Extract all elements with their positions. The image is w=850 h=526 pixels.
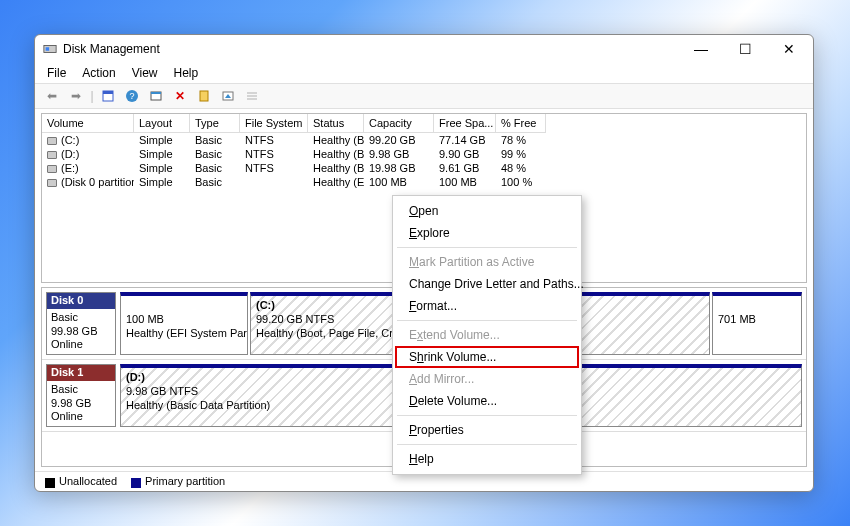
cell-free: 77.14 GB bbox=[434, 133, 496, 147]
col-layout[interactable]: Layout bbox=[134, 114, 190, 133]
disk-1-info[interactable]: Disk 1 Basic 9.98 GB Online bbox=[46, 364, 116, 427]
partition-desc: Healthy (Basic Data Partition) bbox=[126, 399, 270, 411]
svg-rect-3 bbox=[103, 91, 113, 94]
cell-type: Basic bbox=[190, 161, 240, 175]
disk-0-info[interactable]: Disk 0 Basic 99.98 GB Online bbox=[46, 292, 116, 355]
cell-type: Basic bbox=[190, 133, 240, 147]
rescan-icon[interactable] bbox=[193, 85, 215, 107]
partition-size: 100 MB bbox=[126, 313, 164, 325]
cell-layout: Simple bbox=[134, 175, 190, 189]
volume-icon bbox=[47, 165, 57, 173]
partition-size: 99.20 GB NTFS bbox=[256, 313, 334, 325]
volume-icon bbox=[47, 137, 57, 145]
help-button[interactable]: ? bbox=[121, 85, 143, 107]
ctx-shrink[interactable]: Shrink Volume... bbox=[395, 346, 579, 368]
table-row[interactable]: (D:)SimpleBasicNTFSHealthy (B...9.98 GB9… bbox=[42, 147, 806, 161]
ctx-separator bbox=[397, 320, 577, 321]
col-pct[interactable]: % Free bbox=[496, 114, 546, 133]
disk-1-type: Basic bbox=[51, 383, 78, 395]
ctx-change-letter[interactable]: Change Drive Letter and Paths... bbox=[395, 273, 579, 295]
context-menu: Open Explore Mark Partition as Active Ch… bbox=[392, 195, 582, 475]
legend-primary: Primary partition bbox=[131, 475, 225, 487]
cell-capacity: 100 MB bbox=[364, 175, 434, 189]
svg-rect-11 bbox=[247, 95, 257, 97]
partition-label: (D:) bbox=[126, 371, 145, 383]
table-row[interactable]: (C:)SimpleBasicNTFSHealthy (B...99.20 GB… bbox=[42, 133, 806, 147]
svg-rect-12 bbox=[247, 98, 257, 100]
partition-desc: Healthy (Boot, Page File, Crash bbox=[256, 327, 411, 339]
properties-button[interactable] bbox=[97, 85, 119, 107]
menu-view[interactable]: View bbox=[126, 64, 164, 82]
ctx-delete[interactable]: Delete Volume... bbox=[395, 390, 579, 412]
cell-pct: 48 % bbox=[496, 161, 546, 175]
delete-icon[interactable]: ✕ bbox=[169, 85, 191, 107]
cell-capacity: 99.20 GB bbox=[364, 133, 434, 147]
partition-size: 9.98 GB NTFS bbox=[126, 385, 198, 397]
cell-pct: 78 % bbox=[496, 133, 546, 147]
ctx-help[interactable]: Help bbox=[395, 448, 579, 470]
action-icon[interactable] bbox=[217, 85, 239, 107]
cell-fs: NTFS bbox=[240, 133, 308, 147]
cell-volume: (Disk 0 partition 1) bbox=[42, 175, 134, 189]
legend-unallocated: Unallocated bbox=[45, 475, 117, 487]
col-fs[interactable]: File System bbox=[240, 114, 308, 133]
partition-recovery[interactable]: 701 MB bbox=[712, 292, 802, 355]
close-button[interactable]: ✕ bbox=[767, 36, 811, 62]
ctx-separator bbox=[397, 444, 577, 445]
svg-rect-10 bbox=[247, 92, 257, 94]
cell-capacity: 9.98 GB bbox=[364, 147, 434, 161]
partition-efi[interactable]: 100 MB Healthy (EFI System Partition) bbox=[120, 292, 248, 355]
menu-file[interactable]: File bbox=[41, 64, 72, 82]
svg-rect-8 bbox=[200, 91, 208, 101]
toolbar-separator: | bbox=[89, 85, 95, 107]
cell-status: Healthy (B... bbox=[308, 133, 364, 147]
cell-layout: Simple bbox=[134, 147, 190, 161]
svg-rect-1 bbox=[46, 47, 50, 51]
cell-fs bbox=[240, 175, 308, 189]
titlebar[interactable]: Disk Management — ☐ ✕ bbox=[35, 35, 813, 63]
list-icon bbox=[241, 85, 263, 107]
refresh-button[interactable] bbox=[145, 85, 167, 107]
ctx-separator bbox=[397, 247, 577, 248]
back-button: ⬅ bbox=[41, 85, 63, 107]
col-free[interactable]: Free Spa... bbox=[434, 114, 496, 133]
disk-0-size: 99.98 GB bbox=[51, 325, 97, 337]
window-title: Disk Management bbox=[63, 42, 679, 56]
col-status[interactable]: Status bbox=[308, 114, 364, 133]
forward-button: ➡ bbox=[65, 85, 87, 107]
cell-volume: (C:) bbox=[42, 133, 134, 147]
col-type[interactable]: Type bbox=[190, 114, 240, 133]
ctx-add-mirror: Add Mirror... bbox=[395, 368, 579, 390]
minimize-button[interactable]: — bbox=[679, 36, 723, 62]
menu-help[interactable]: Help bbox=[168, 64, 205, 82]
cell-status: Healthy (B... bbox=[308, 147, 364, 161]
col-capacity[interactable]: Capacity bbox=[364, 114, 434, 133]
cell-fs: NTFS bbox=[240, 161, 308, 175]
menubar: File Action View Help bbox=[35, 63, 813, 83]
cell-type: Basic bbox=[190, 175, 240, 189]
ctx-format[interactable]: Format... bbox=[395, 295, 579, 317]
table-row[interactable]: (Disk 0 partition 1)SimpleBasicHealthy (… bbox=[42, 175, 806, 189]
table-header: Volume Layout Type File System Status Ca… bbox=[42, 114, 806, 133]
menu-action[interactable]: Action bbox=[76, 64, 121, 82]
cell-free: 100 MB bbox=[434, 175, 496, 189]
volume-icon bbox=[47, 151, 57, 159]
ctx-explore[interactable]: Explore bbox=[395, 222, 579, 244]
disk-1-name: Disk 1 bbox=[47, 365, 115, 381]
disk-management-window: Disk Management — ☐ ✕ File Action View H… bbox=[34, 34, 814, 492]
cell-volume: (D:) bbox=[42, 147, 134, 161]
cell-pct: 99 % bbox=[496, 147, 546, 161]
ctx-open[interactable]: Open bbox=[395, 200, 579, 222]
ctx-properties[interactable]: Properties bbox=[395, 419, 579, 441]
maximize-button[interactable]: ☐ bbox=[723, 36, 767, 62]
table-row[interactable]: (E:)SimpleBasicNTFSHealthy (B...19.98 GB… bbox=[42, 161, 806, 175]
cell-type: Basic bbox=[190, 147, 240, 161]
col-volume[interactable]: Volume bbox=[42, 114, 134, 133]
partition-size: 701 MB bbox=[718, 313, 756, 325]
cell-fs: NTFS bbox=[240, 147, 308, 161]
cell-free: 9.61 GB bbox=[434, 161, 496, 175]
disk-0-name: Disk 0 bbox=[47, 293, 115, 309]
cell-status: Healthy (B... bbox=[308, 161, 364, 175]
volume-icon bbox=[47, 179, 57, 187]
svg-text:?: ? bbox=[129, 91, 134, 101]
